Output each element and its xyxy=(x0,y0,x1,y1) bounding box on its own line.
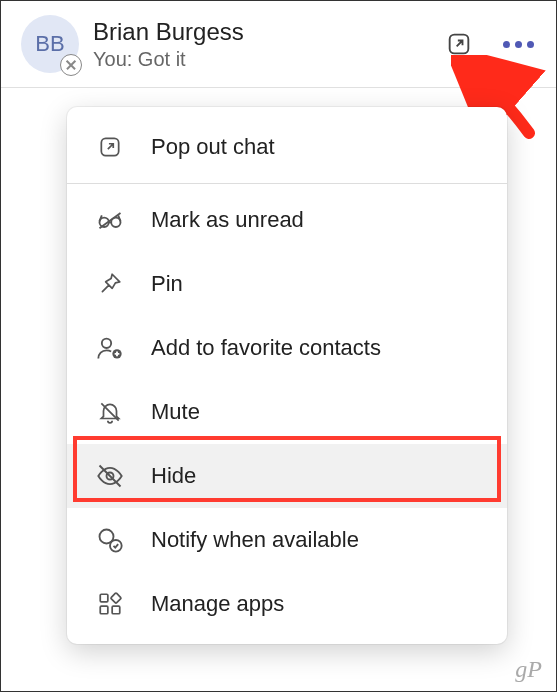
pop-out-icon xyxy=(95,132,125,162)
pin-icon xyxy=(95,269,125,299)
chat-preview: You: Got it xyxy=(93,48,429,71)
menu-separator xyxy=(67,183,507,184)
chat-text: Brian Burgess You: Got it xyxy=(93,18,429,71)
menu-item-hide[interactable]: Hide xyxy=(67,444,507,508)
avatar-wrap: BB xyxy=(21,15,79,73)
menu-item-label: Mute xyxy=(151,399,200,425)
svg-rect-13 xyxy=(111,593,122,604)
add-contact-icon xyxy=(95,333,125,363)
chat-contact-name: Brian Burgess xyxy=(93,18,429,46)
menu-item-label: Notify when available xyxy=(151,527,359,553)
mute-bell-icon xyxy=(95,397,125,427)
presence-check-icon xyxy=(95,525,125,555)
chat-context-menu: Pop out chat Mark as unread Pin xyxy=(67,107,507,644)
chat-list-item[interactable]: BB Brian Burgess You: Got it xyxy=(1,1,556,88)
menu-item-label: Pin xyxy=(151,271,183,297)
menu-item-notify[interactable]: Notify when available xyxy=(67,508,507,572)
svg-rect-15 xyxy=(112,606,120,614)
glasses-icon xyxy=(95,205,125,235)
hide-eye-icon xyxy=(95,461,125,491)
more-options-button[interactable] xyxy=(499,37,538,52)
menu-item-manage-apps[interactable]: Manage apps xyxy=(67,572,507,636)
menu-item-label: Manage apps xyxy=(151,591,284,617)
menu-item-pin[interactable]: Pin xyxy=(67,252,507,316)
menu-item-add-favorite[interactable]: Add to favorite contacts xyxy=(67,316,507,380)
menu-item-mute[interactable]: Mute xyxy=(67,380,507,444)
apps-icon xyxy=(95,589,125,619)
presence-offline-icon xyxy=(60,54,82,76)
svg-point-5 xyxy=(102,339,111,348)
menu-item-label: Mark as unread xyxy=(151,207,304,233)
menu-item-pop-out[interactable]: Pop out chat xyxy=(67,115,507,179)
menu-item-label: Hide xyxy=(151,463,196,489)
chat-actions xyxy=(443,28,538,60)
menu-item-label: Add to favorite contacts xyxy=(151,335,381,361)
watermark: gP xyxy=(515,656,542,683)
menu-item-mark-unread[interactable]: Mark as unread xyxy=(67,188,507,252)
pop-out-button[interactable] xyxy=(443,28,475,60)
svg-rect-14 xyxy=(100,606,108,614)
svg-rect-12 xyxy=(100,594,108,602)
menu-item-label: Pop out chat xyxy=(151,134,275,160)
